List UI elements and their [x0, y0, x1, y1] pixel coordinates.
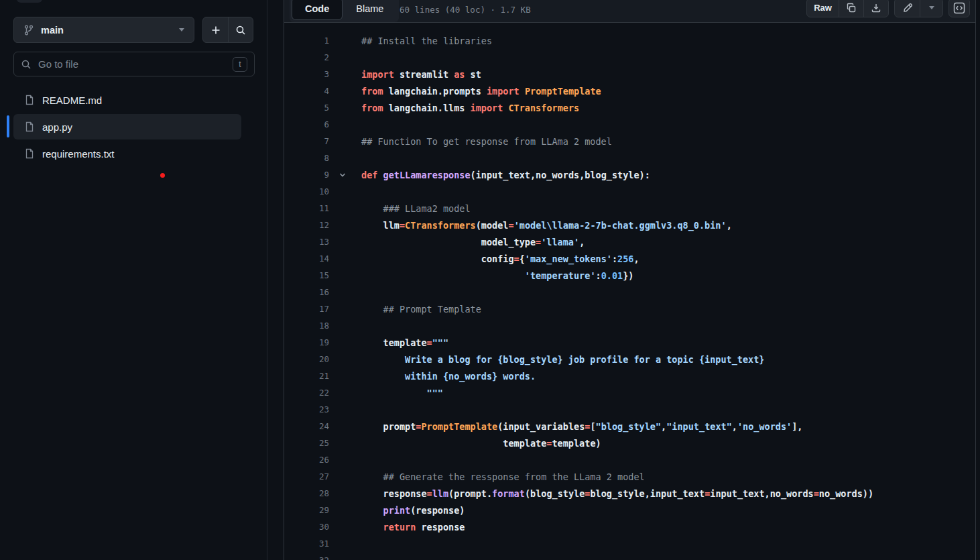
line-number[interactable]: 15: [284, 270, 329, 280]
code-line-11: 11 ### LLama2 model: [284, 200, 975, 217]
line-number[interactable]: 31: [284, 539, 329, 549]
go-to-file-input[interactable]: [37, 58, 227, 70]
code-line-31: 31: [284, 535, 975, 552]
download-button[interactable]: [863, 0, 888, 17]
line-number[interactable]: 3: [284, 69, 329, 79]
symbols-panel-button[interactable]: [948, 0, 970, 17]
file-tree-item-app-py[interactable]: app.py: [13, 114, 241, 139]
line-number[interactable]: 13: [284, 237, 329, 247]
code-line-14: 14 config={'max_new_tokens':256,: [284, 250, 975, 267]
edit-file-button[interactable]: [895, 0, 920, 17]
go-to-file-box: t: [13, 52, 255, 76]
line-number[interactable]: 23: [284, 404, 329, 414]
line-number[interactable]: 21: [284, 371, 329, 381]
download-icon: [871, 3, 881, 13]
line-number[interactable]: 24: [284, 421, 329, 431]
code-text: ## Generate the ressponse from the LLama…: [361, 471, 645, 482]
line-number[interactable]: 7: [284, 136, 329, 146]
code-line-5: 5from langchain.llms import CTransformer…: [284, 99, 975, 116]
code-line-20: 20 Write a blog for {blog_style} job pro…: [284, 351, 975, 368]
line-number[interactable]: 8: [284, 153, 329, 163]
line-number[interactable]: 9: [284, 170, 329, 180]
selected-file-accent-bar: [7, 115, 9, 137]
line-number[interactable]: 2: [284, 52, 329, 62]
code-text: from langchain.llms import CTransformers: [361, 103, 579, 113]
code-text: response=llm(prompt.format(blog_style=bl…: [361, 488, 873, 499]
code-text: import streamlit as st: [361, 69, 481, 80]
line-number[interactable]: 10: [284, 186, 329, 197]
line-number[interactable]: 30: [284, 522, 329, 532]
code-text: from langchain.prompts import PromptTemp…: [361, 86, 601, 97]
search-tree-button[interactable]: [228, 17, 253, 42]
branch-selector[interactable]: main: [13, 17, 194, 43]
code-line-29: 29 print(response): [284, 502, 975, 518]
code-text: within {no_words} words.: [361, 371, 536, 382]
line-number[interactable]: 27: [284, 471, 329, 482]
edit-button-group: [894, 0, 943, 17]
line-number[interactable]: 18: [284, 321, 329, 331]
code-text: ## Install the libraries: [361, 36, 492, 46]
file-tree-item-requirements-txt[interactable]: requirements.txt: [13, 141, 241, 166]
sidebar-collapse-button[interactable]: [17, 0, 42, 3]
raw-button[interactable]: Raw: [807, 0, 839, 17]
code-line-1: 1## Install the libraries: [284, 32, 975, 49]
code-line-10: 10: [284, 183, 975, 200]
code-text: """: [361, 388, 443, 398]
file-tree-item-readme-md[interactable]: README.md: [13, 87, 241, 113]
add-file-button[interactable]: [203, 17, 228, 42]
line-number[interactable]: 22: [284, 388, 329, 398]
file-name-label: app.py: [42, 121, 72, 133]
code-text: return response: [361, 522, 465, 533]
file-tree-sidebar: main: [0, 0, 267, 560]
code-panel: CodeBlame 60 lines (40 loc) · 1.7 KB Raw: [284, 0, 976, 560]
code-line-8: 8: [284, 150, 975, 166]
code-line-26: 26: [284, 451, 975, 468]
code-text: Write a blog for {blog_style} job profil…: [361, 354, 764, 365]
line-number[interactable]: 26: [284, 455, 329, 465]
file-name-label: README.md: [42, 95, 102, 106]
code-text: prompt=PromptTemplate(input_variables=["…: [361, 421, 802, 432]
line-number[interactable]: 17: [284, 304, 329, 314]
code-line-23: 23: [284, 401, 975, 418]
line-number[interactable]: 28: [284, 488, 329, 498]
code-line-4: 4from langchain.prompts import PromptTem…: [284, 82, 975, 99]
line-number[interactable]: 25: [284, 438, 329, 448]
tab-blame[interactable]: Blame: [343, 0, 397, 20]
code-line-6: 6: [284, 116, 975, 133]
edit-options-dropdown[interactable]: [920, 0, 942, 17]
line-number[interactable]: 1: [284, 36, 329, 46]
code-line-16: 16: [284, 284, 975, 300]
search-icon: [21, 59, 32, 70]
code-text: 'temperature':0.01}): [361, 270, 633, 281]
line-number[interactable]: 20: [284, 354, 329, 364]
code-text: print(response): [361, 505, 465, 516]
line-number[interactable]: 16: [284, 287, 329, 297]
branch-row: main: [13, 17, 253, 43]
raw-button-group: Raw: [806, 0, 889, 17]
code-line-15: 15 'temperature':0.01}): [284, 267, 975, 284]
tab-code[interactable]: Code: [292, 0, 343, 20]
line-number[interactable]: 4: [284, 86, 329, 96]
code-line-24: 24 prompt=PromptTemplate(input_variables…: [284, 418, 975, 435]
git-branch-icon: [23, 25, 34, 36]
line-number[interactable]: 11: [284, 203, 329, 213]
line-number[interactable]: 12: [284, 220, 329, 230]
line-number[interactable]: 29: [284, 505, 329, 515]
code-text: ## Function To get response from LLAma 2…: [361, 136, 612, 147]
line-number[interactable]: 5: [284, 103, 329, 113]
file-icon: [24, 121, 35, 132]
line-number[interactable]: 6: [284, 119, 329, 129]
code-line-30: 30 return response: [284, 518, 975, 535]
copy-raw-button[interactable]: [839, 0, 863, 17]
file-header: CodeBlame 60 lines (40 loc) · 1.7 KB Raw: [284, 0, 975, 23]
line-number[interactable]: 19: [284, 337, 329, 347]
fold-chevron-icon[interactable]: [329, 170, 356, 180]
code-line-27: 27 ## Generate the ressponse from the LL…: [284, 468, 975, 485]
code-text: def getLLamaresponse(input_text,no_words…: [361, 170, 650, 180]
code-line-22: 22 """: [284, 384, 975, 401]
plus-icon: [210, 25, 221, 36]
file-actions: Raw: [806, 0, 970, 17]
line-number[interactable]: 14: [284, 254, 329, 264]
copy-icon: [846, 3, 857, 13]
line-number[interactable]: 32: [284, 555, 329, 560]
